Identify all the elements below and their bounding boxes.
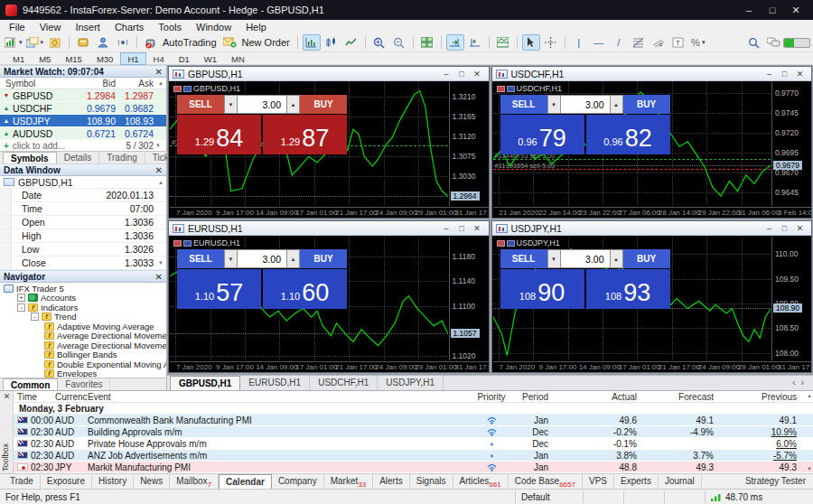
navigator-node-average-directional-movement[interactable]: fAverage Directional Movement	[0, 331, 166, 341]
buy-price-panel[interactable]: 1.1060	[263, 269, 347, 309]
collapse-icon[interactable]: -	[31, 313, 39, 321]
market-watch-tab-details[interactable]: Details	[57, 152, 100, 163]
equidistant-channel-tool[interactable]: F	[649, 34, 668, 51]
vertical-line-tool[interactable]: |	[570, 34, 588, 51]
data-window-toggle-icon[interactable]	[94, 34, 112, 51]
buy-price-panel[interactable]: 0.9682	[586, 115, 670, 154]
buy-button[interactable]: BUY	[623, 95, 670, 114]
market-watch-toggle-icon[interactable]	[74, 34, 92, 51]
volume-input[interactable]: 3.00	[561, 249, 610, 268]
chart-plot[interactable]: #11446793 sell 5.00#11393654 sell 5.00US…	[493, 82, 771, 206]
timeframe-m5[interactable]: M5	[32, 52, 58, 65]
price-scale[interactable]: 1.11801.11401.11001.10201.1057	[449, 237, 489, 360]
toolbox-tab-articles[interactable]: Articles661	[453, 474, 509, 489]
market-watch-scroll-up-icon[interactable]: ▲	[155, 80, 166, 86]
chart-close-icon[interactable]: ✕	[792, 70, 808, 79]
market-watch-tab-trading[interactable]: Trading	[99, 152, 145, 163]
timeframe-w1[interactable]: W1	[197, 52, 224, 65]
menu-window[interactable]: Window	[189, 22, 238, 33]
buy-price-panel[interactable]: 10893	[586, 269, 670, 309]
chart-body[interactable]: EURUSD,H1SELL▼3.00▲BUY1.10571.10601.1180…	[169, 236, 489, 372]
toolbox-tab-journal[interactable]: Journal	[659, 474, 702, 489]
navigator-node-accounts[interactable]: +Accounts	[0, 294, 166, 303]
data-window-scroll-up-icon[interactable]: ▲	[156, 180, 165, 185]
sell-button[interactable]: SELL	[177, 249, 224, 268]
toolbox-tab-exposure[interactable]: Exposure	[41, 474, 92, 489]
volume-increase-icon[interactable]: ▲	[286, 95, 300, 114]
chart-close-icon[interactable]: ✕	[792, 224, 808, 233]
time-scale[interactable]: 7 Jan 20209 Jan 17:0014 Jan 09:0017 Jan …	[170, 207, 489, 218]
volume-increase-icon[interactable]: ▲	[286, 249, 300, 268]
zoom-in-button[interactable]	[370, 34, 388, 51]
chart-maximize-icon[interactable]: □	[454, 70, 470, 79]
market-watch-row-usdchf[interactable]: ▲USDCHF0.96790.9682	[0, 102, 166, 115]
sell-price-panel[interactable]: 10890	[500, 269, 584, 309]
col-actual[interactable]: Actual	[552, 392, 640, 402]
calendar-event-row[interactable]: 02:30AUDPrivate House Approvals m/mDec-0…	[14, 438, 813, 450]
sell-button[interactable]: SELL	[177, 95, 224, 114]
timeframe-m15[interactable]: M15	[58, 52, 89, 65]
chart-minimize-icon[interactable]: –	[439, 224, 454, 233]
bar-chart-mode-button[interactable]	[303, 34, 321, 51]
chart-maximize-icon[interactable]: □	[777, 70, 792, 79]
indicator-window-button[interactable]	[494, 34, 512, 51]
trendline-tool[interactable]: /	[610, 34, 628, 51]
market-watch-tab-symbols[interactable]: Symbols	[3, 152, 57, 163]
new-order-button[interactable]	[221, 34, 239, 51]
menu-file[interactable]: File	[2, 22, 33, 33]
search-icon[interactable]	[744, 34, 762, 51]
navigator-node-trend[interactable]: -fTrend	[0, 313, 166, 322]
toolbox-tab-alerts[interactable]: Alerts	[373, 474, 410, 489]
zoom-out-button[interactable]	[390, 34, 408, 51]
timeframe-h1[interactable]: H1	[120, 52, 145, 65]
timeframe-d1[interactable]: D1	[172, 52, 197, 65]
chart-tab-eurusd-h1[interactable]: EURUSD,H1	[240, 376, 310, 390]
toolbox-tab-calendar[interactable]: Calendar	[219, 474, 272, 489]
price-scale[interactable]: 1.32101.31651.31201.30751.30301.2984	[449, 82, 489, 206]
chart-body[interactable]: #11446793 sell 5.00#11393654 sell 5.00US…	[492, 81, 812, 218]
volume-increase-icon[interactable]: ▲	[610, 95, 623, 114]
objects-menu-button[interactable]: %▾	[689, 34, 707, 51]
text-label-tool[interactable]: T	[669, 34, 687, 51]
data-window-close-icon[interactable]: ✕	[155, 165, 163, 175]
col-priority[interactable]: Priority	[474, 392, 509, 402]
buy-button[interactable]: BUY	[300, 95, 347, 114]
chart-close-icon[interactable]: ✕	[470, 224, 485, 233]
window-minimize-icon[interactable]: –	[737, 5, 761, 15]
toolbox-tab-code-base[interactable]: Code Base6657	[509, 474, 583, 489]
chart-window-titlebar[interactable]: USDCHF,H1–□✕	[492, 67, 812, 81]
toolbox-tab-trade[interactable]: Trade	[4, 474, 41, 489]
col-time[interactable]: Time	[14, 392, 55, 402]
navigator-close-icon[interactable]: ✕	[155, 272, 163, 282]
line-chart-mode-button[interactable]	[342, 34, 360, 51]
navigator-tab-common[interactable]: Common	[3, 378, 58, 390]
col-forecast[interactable]: Forecast	[640, 392, 717, 402]
chart-plot[interactable]: EURUSD,H1SELL▼3.00▲BUY1.10571.1060	[170, 237, 448, 360]
navigator-tab-favorites[interactable]: Favorites	[58, 378, 110, 390]
price-scale[interactable]: 110.00109.50109.00108.50108.00108.90	[771, 237, 811, 360]
toolbox-tab-mailbox[interactable]: Mailbox7	[170, 474, 219, 489]
calendar-event-row[interactable]: 02:30AUDANZ Job Advertisements m/mJan3.8…	[14, 450, 813, 462]
time-scale[interactable]: 7 Jan 20209 Jan 17:0014 Jan 09:0017 Jan …	[170, 361, 489, 372]
toolbox-tab-company[interactable]: Company	[272, 474, 324, 489]
candlestick-mode-button[interactable]	[322, 34, 341, 51]
market-watch-scroll-down-icon[interactable]: ▼	[154, 143, 163, 148]
autotrading-label[interactable]: AutoTrading	[163, 37, 217, 48]
sell-price-panel[interactable]: 1.1057	[177, 269, 261, 309]
volume-input[interactable]: 3.00	[238, 95, 286, 114]
auto-scroll-button[interactable]	[446, 34, 464, 51]
menu-charts[interactable]: Charts	[107, 22, 151, 33]
menu-tools[interactable]: Tools	[151, 22, 189, 33]
toolbox-tab-market[interactable]: Market33	[324, 474, 373, 489]
market-watch-row-gbpusd[interactable]: ▼GBPUSD1.29841.2987	[0, 89, 166, 102]
crosshair-tool-button[interactable]	[542, 34, 560, 51]
menu-help[interactable]: Help	[238, 22, 274, 33]
toolbox-close-icon[interactable]: ✕	[0, 392, 14, 401]
window-close-icon[interactable]: ✕	[784, 5, 808, 16]
strategy-tester-tab[interactable]: Strategy Tester	[738, 474, 813, 489]
calendar-scroll-down-icon[interactable]: ▼	[807, 466, 812, 471]
timeframe-h4[interactable]: H4	[146, 52, 172, 65]
chat-icon[interactable]	[764, 34, 782, 51]
fibonacci-tool[interactable]	[630, 34, 648, 51]
market-watch-add-row[interactable]: + click to add... 5 / 302 ▼	[0, 140, 166, 151]
